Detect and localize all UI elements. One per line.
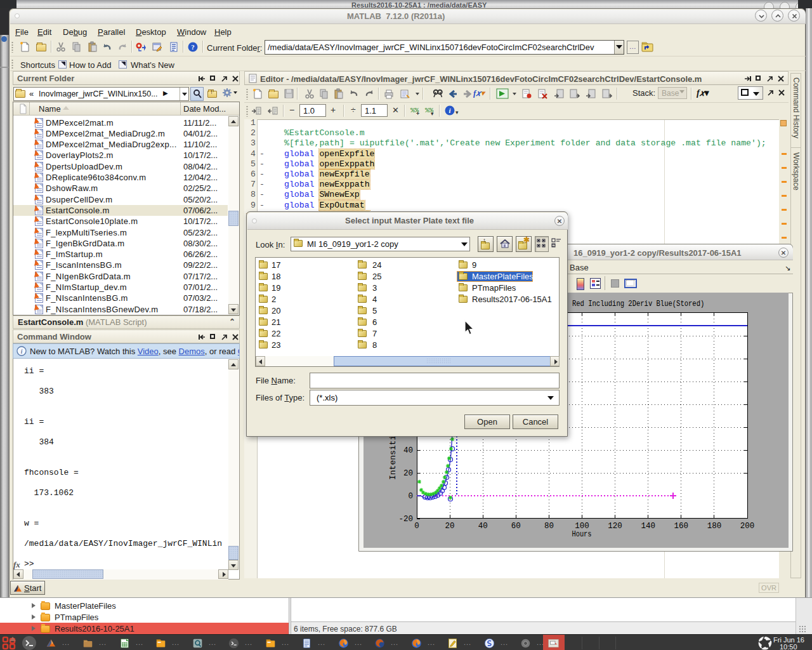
svg-text:▾: ▾ xyxy=(455,109,459,116)
svg-text:60: 60 xyxy=(511,522,521,531)
svg-text:?: ? xyxy=(191,43,195,51)
svg-text:i: i xyxy=(20,347,22,355)
svg-text:20: 20 xyxy=(403,469,413,478)
svg-text:20: 20 xyxy=(445,522,455,531)
svg-text:▾: ▾ xyxy=(431,110,434,116)
svg-text:+: + xyxy=(416,110,419,116)
svg-text:160: 160 xyxy=(674,522,689,531)
svg-text:0: 0 xyxy=(408,492,413,501)
svg-text:120: 120 xyxy=(608,522,622,531)
svg-text:140: 140 xyxy=(641,522,655,531)
svg-text:Red Including 2Deriv Blue(Stor: Red Including 2Deriv Blue(Stored) xyxy=(572,299,704,309)
svg-text:200: 200 xyxy=(740,522,755,531)
svg-text:Hours: Hours xyxy=(572,529,591,539)
svg-text:0: 0 xyxy=(414,522,419,531)
svg-text:-20: -20 xyxy=(398,515,413,524)
svg-text:40: 40 xyxy=(403,446,413,455)
svg-text:40: 40 xyxy=(478,522,488,531)
svg-text:180: 180 xyxy=(707,522,722,531)
svg-text:80: 80 xyxy=(544,522,554,531)
